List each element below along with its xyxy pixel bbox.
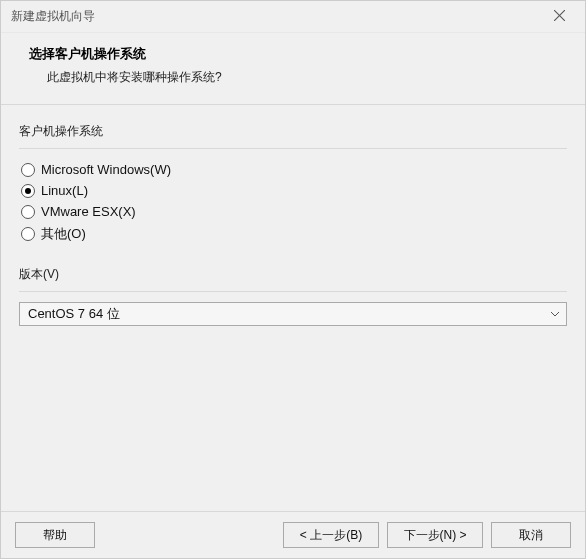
divider (19, 148, 567, 149)
radio-label: Linux(L) (41, 183, 88, 198)
radio-icon (21, 227, 35, 241)
radio-icon (21, 163, 35, 177)
button-label: 下一步(N) > (404, 527, 467, 544)
window-title: 新建虚拟机向导 (11, 8, 95, 25)
help-button[interactable]: 帮助 (15, 522, 95, 548)
page-subtitle: 此虚拟机中将安装哪种操作系统? (29, 69, 557, 86)
radio-icon (21, 184, 35, 198)
os-option-windows[interactable]: Microsoft Windows(W) (21, 159, 565, 180)
close-button[interactable] (539, 3, 579, 31)
cancel-button[interactable]: 取消 (491, 522, 571, 548)
radio-label: Microsoft Windows(W) (41, 162, 171, 177)
wizard-window: 新建虚拟机向导 选择客户机操作系统 此虚拟机中将安装哪种操作系统? 客户机操作系… (0, 0, 586, 559)
os-option-vmware-esx[interactable]: VMware ESX(X) (21, 201, 565, 222)
radio-label: VMware ESX(X) (41, 204, 136, 219)
os-radio-group: Microsoft Windows(W) Linux(L) VMware ESX… (19, 159, 567, 252)
close-icon (554, 10, 565, 24)
button-label: < 上一步(B) (300, 527, 362, 544)
radio-icon (21, 205, 35, 219)
back-button[interactable]: < 上一步(B) (283, 522, 379, 548)
wizard-footer: 帮助 < 上一步(B) 下一步(N) > 取消 (1, 511, 585, 558)
version-group-label: 版本(V) (19, 266, 567, 283)
titlebar: 新建虚拟机向导 (1, 1, 585, 33)
version-select[interactable]: CentOS 7 64 位 (19, 302, 567, 326)
wizard-header: 选择客户机操作系统 此虚拟机中将安装哪种操作系统? (1, 33, 585, 105)
next-button[interactable]: 下一步(N) > (387, 522, 483, 548)
wizard-body: 客户机操作系统 Microsoft Windows(W) Linux(L) VM… (1, 105, 585, 511)
os-group-label: 客户机操作系统 (19, 123, 567, 140)
chevron-down-icon (550, 309, 560, 319)
os-option-linux[interactable]: Linux(L) (21, 180, 565, 201)
button-label: 取消 (519, 527, 543, 544)
os-option-other[interactable]: 其他(O) (21, 222, 565, 246)
radio-label: 其他(O) (41, 225, 86, 243)
page-title: 选择客户机操作系统 (29, 45, 557, 63)
divider (19, 291, 567, 292)
version-select-value: CentOS 7 64 位 (28, 305, 120, 323)
button-label: 帮助 (43, 527, 67, 544)
